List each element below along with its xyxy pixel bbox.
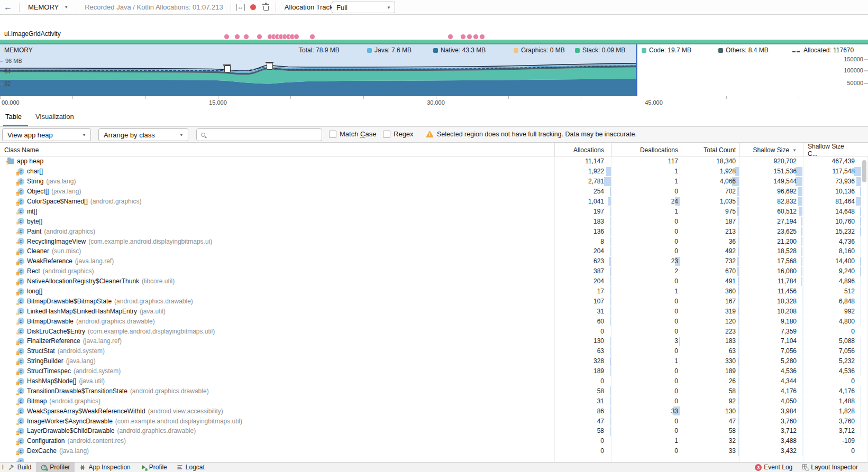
table-row[interactable]: c DiskLruCache$Entry (com.example.androi…: [0, 326, 868, 336]
session-selector[interactable]: MEMORY ▼: [23, 3, 74, 11]
class-name-cell: c HashMap$Node[] (java.util): [0, 376, 555, 386]
value-bar: [801, 277, 802, 286]
table-row[interactable]: c StringBuilder (java.lang) 32813305,280…: [0, 356, 868, 366]
value-bar: [802, 437, 802, 446]
table-row[interactable]: c WeakSparseArray$WeakReferenceWithId (a…: [0, 406, 868, 416]
value-cell: 23: [612, 256, 681, 266]
value-bar: [738, 377, 739, 386]
table-row[interactable]: c DexCache (java.lang) 00333,4320: [0, 446, 868, 456]
zoom-to-fit-button[interactable]: ↔: [234, 2, 247, 13]
value-bar: [861, 367, 861, 376]
value-cell: [612, 456, 681, 462]
column-shallow-size[interactable]: Shallow Size▼: [740, 143, 803, 158]
table-row[interactable]: c BitmapDrawable$BitmapState (android.gr…: [0, 296, 868, 306]
package-label: (android.graphics): [43, 267, 94, 275]
clipped-tool-button[interactable]: l: [0, 464, 4, 471]
table-row[interactable]: c RecyclingImageView (com.example.androi…: [0, 236, 868, 246]
tool-button-profiler[interactable]: Profiler: [36, 462, 75, 472]
value-cell: 0: [555, 326, 612, 336]
table-row[interactable]: c StructTimespec (android.system) 189018…: [0, 366, 868, 376]
table-row[interactable]: c WeakReference (java.lang.ref) 62323732…: [0, 256, 868, 266]
regex-checkbox[interactable]: Regex: [383, 130, 414, 138]
heap-select[interactable]: View app heap▼: [2, 128, 91, 141]
back-button[interactable]: ←: [0, 3, 16, 12]
trash-icon: [263, 6, 269, 11]
tool-button-label: Profile: [149, 464, 167, 471]
table-row[interactable]: c LinkedHashMap$LinkedHashMapEntry (java…: [0, 306, 868, 316]
hammer-icon: [8, 464, 15, 470]
table-row[interactable]: c TransitionDrawable$TransitionState (an…: [0, 386, 868, 396]
table-row[interactable]: c byte[] 183018727,19410,760: [0, 216, 868, 226]
arrange-select[interactable]: Arrange by class▼: [98, 128, 188, 141]
value-cell: 15,232: [803, 226, 868, 236]
table-row[interactable]: app heap 11,14711718,340920,702467,439: [0, 156, 868, 166]
match-case-checkbox[interactable]: Match Case: [329, 130, 376, 138]
allocation-tracking-select[interactable]: Full ▼: [332, 2, 395, 13]
value-cell: 4,736: [803, 236, 868, 246]
value-bar: [801, 267, 802, 276]
column-deallocations[interactable]: Deallocations: [612, 143, 681, 158]
value-cell: 7,056: [740, 346, 803, 356]
column-allocations[interactable]: Allocations: [555, 143, 612, 158]
value-bar: [861, 357, 861, 366]
class-name-cell: c TransitionDrawable$TransitionState (an…: [0, 386, 555, 396]
search-field[interactable]: [196, 128, 322, 141]
tool-button-layout-inspector[interactable]: Layout Inspector: [797, 464, 863, 471]
class-name-cell: app heap: [0, 156, 555, 166]
column-total-count[interactable]: Total Count: [681, 143, 740, 158]
table-row[interactable]: c ColorSpace$Named[] (android.graphics) …: [0, 197, 868, 207]
value-cell: 1: [612, 436, 681, 446]
package-label: (com.example.android.displayingbitmaps.u…: [115, 418, 242, 425]
table-row[interactable]: c int[] 197197560,51214,648: [0, 206, 868, 216]
class-icon: c: [17, 228, 24, 235]
value-cell: 60,512: [740, 206, 803, 216]
table-row[interactable]: c HashMap$Node[] (java.util) 00264,3440: [0, 376, 868, 386]
table-row[interactable]: c BitmapDrawable (android.graphics.drawa…: [0, 316, 868, 326]
table-row[interactable]: c Configuration (android.content.res) 01…: [0, 436, 868, 446]
tool-button-logcat[interactable]: Logcat: [172, 462, 209, 472]
table-row[interactable]: c Paint (android.graphics) 136021323,625…: [0, 226, 868, 236]
table-row[interactable]: c NativeAllocationRegistry$CleanerThunk …: [0, 276, 868, 286]
column-class-name[interactable]: Class Name: [0, 143, 555, 158]
value-bar: [802, 396, 802, 405]
column-shallow-size-change[interactable]: Shallow Size C...: [803, 143, 868, 158]
value-bar: [861, 417, 861, 425]
tool-button-build[interactable]: Build: [4, 462, 36, 472]
value-cell: 5,088: [803, 336, 868, 346]
tool-button-label: App Inspection: [88, 464, 130, 471]
table-row-partial[interactable]: c: [0, 456, 868, 462]
timeline-axis[interactable]: 00.00015.00030.00045.000: [0, 96, 868, 107]
memory-axis-label: 96 MB: [5, 58, 22, 64]
legend-swatch: [718, 48, 723, 53]
table-row[interactable]: c char[] 1,92211,928151,536117,548: [0, 166, 868, 177]
value-cell: 58: [681, 426, 740, 436]
allocation-event-dot: [447, 34, 453, 40]
table-row[interactable]: c Rect (android.graphics) 387267016,0809…: [0, 266, 868, 276]
class-icon: c: [17, 198, 24, 205]
value-cell: 0: [612, 216, 681, 226]
search-input[interactable]: [208, 131, 317, 139]
table-row[interactable]: c Object[] (java.lang) 254070296,69210,1…: [0, 187, 868, 197]
table-row[interactable]: c ImageWorker$AsyncDrawable (com.example…: [0, 416, 868, 426]
value-cell: 0: [612, 226, 681, 236]
delete-recording-button[interactable]: [260, 2, 272, 13]
tab-table[interactable]: Table: [5, 107, 22, 126]
value-cell: 1: [612, 356, 681, 366]
tool-button-app-inspection[interactable]: App Inspection: [75, 462, 135, 472]
tool-button-event-log[interactable]: 3Event Log: [750, 464, 797, 471]
table-row[interactable]: c FinalizerReference (java.lang.ref) 130…: [0, 336, 868, 346]
package-label: (java.util): [140, 308, 166, 315]
table-row[interactable]: c String (java.lang) 2,78114,066149,5447…: [0, 177, 868, 187]
vertical-scrollbar[interactable]: [862, 160, 866, 182]
class-name-cell: c NativeAllocationRegistry$CleanerThunk …: [0, 276, 555, 286]
tool-button-profile[interactable]: Profile: [135, 462, 172, 472]
table-row[interactable]: c long[] 17136011,456512: [0, 286, 868, 297]
table-row[interactable]: c Cleaner (sun.misc) 204049218,5288,160: [0, 246, 868, 256]
memory-chart[interactable]: MEMORY Total: 78.9 MBJava: 7.6 MBNative:…: [0, 44, 868, 96]
table-row[interactable]: c Bitmap (android.graphics) 310924,0501,…: [0, 396, 868, 406]
tab-visualization[interactable]: Visualization: [35, 107, 74, 126]
table-row[interactable]: c StructStat (android.system) 630637,056…: [0, 346, 868, 356]
table-row[interactable]: c LayerDrawable$ChildDrawable (android.g…: [0, 426, 868, 436]
record-button[interactable]: [247, 2, 260, 13]
value-bar: [610, 406, 611, 415]
